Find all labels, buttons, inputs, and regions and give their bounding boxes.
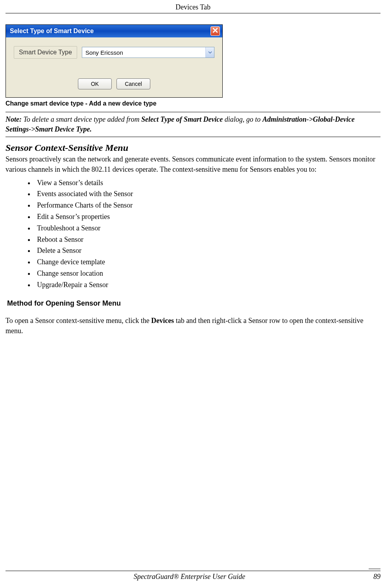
device-type-input[interactable] <box>82 47 205 58</box>
dialog-title: Select Type of Smart Device <box>10 28 94 35</box>
note-text-1: To delete a smart device type added from <box>22 115 141 123</box>
list-item: Edit a Sensor’s properties <box>35 211 380 223</box>
list-item: View a Sensor’s details <box>35 177 380 189</box>
device-type-combobox[interactable] <box>82 47 214 58</box>
page-header-title: Devices Tab <box>175 3 211 11</box>
list-item: Change device template <box>35 256 380 268</box>
open-paragraph: To open a Sensor context-sensitive menu,… <box>6 315 380 336</box>
figure-caption: Change smart device type - Add a new dev… <box>6 100 380 107</box>
footer-guide-title: SpectraGuard® Enterprise User Guide <box>134 573 245 581</box>
combobox-dropdown-button[interactable] <box>205 47 214 58</box>
field-row: Smart Device Type <box>14 46 214 59</box>
chevron-down-icon <box>208 49 212 56</box>
dialog-body: Smart Device Type OK Cancel <box>6 37 222 97</box>
bullet-list: View a Sensor’s details Events associate… <box>6 177 380 291</box>
list-item: Upgrade/Repair a Sensor <box>35 279 380 291</box>
footer-page-number: 89 <box>373 573 380 581</box>
open-bold-1: Devices <box>151 317 174 325</box>
list-item: Troubleshoot a Sensor <box>35 223 380 234</box>
sub-heading: Method for Opening Sensor Menu <box>7 299 380 308</box>
dialog-screenshot: Select Type of Smart Device Smart Device… <box>6 24 223 98</box>
page-footer: SpectraGuard® Enterprise User Guide 89 <box>6 571 380 581</box>
list-item: Delete a Sensor <box>35 245 380 256</box>
section-heading: Sensor Context-Sensitive Menu <box>6 143 380 153</box>
list-item: Change sensor location <box>35 268 380 279</box>
note-block: Note: To delete a smart device type adde… <box>6 112 380 137</box>
note-bold-1: Select Type of Smart Device <box>141 115 223 123</box>
section-intro: Sensors proactively scan the network and… <box>6 154 380 174</box>
list-item: Performance Charts of the Sensor <box>35 200 380 211</box>
dialog-buttons: OK Cancel <box>14 78 214 89</box>
field-label: Smart Device Type <box>14 46 77 59</box>
footer-rule <box>6 571 380 571</box>
list-item: Reboot a Sensor <box>35 234 380 245</box>
close-button[interactable] <box>211 26 220 36</box>
close-icon <box>212 28 218 35</box>
page-content: Select Type of Smart Device Smart Device… <box>0 13 386 336</box>
note-label: Note: <box>6 115 22 123</box>
cancel-button[interactable]: Cancel <box>116 78 150 89</box>
dialog-titlebar: Select Type of Smart Device <box>6 25 222 37</box>
footer-rule-short <box>369 569 380 569</box>
open-text-1: To open a Sensor context-sensitive menu,… <box>6 317 151 325</box>
ok-button[interactable]: OK <box>78 78 112 89</box>
note-text-2: dialog, go to <box>223 115 262 123</box>
list-item: Events associated with the Sensor <box>35 188 380 200</box>
